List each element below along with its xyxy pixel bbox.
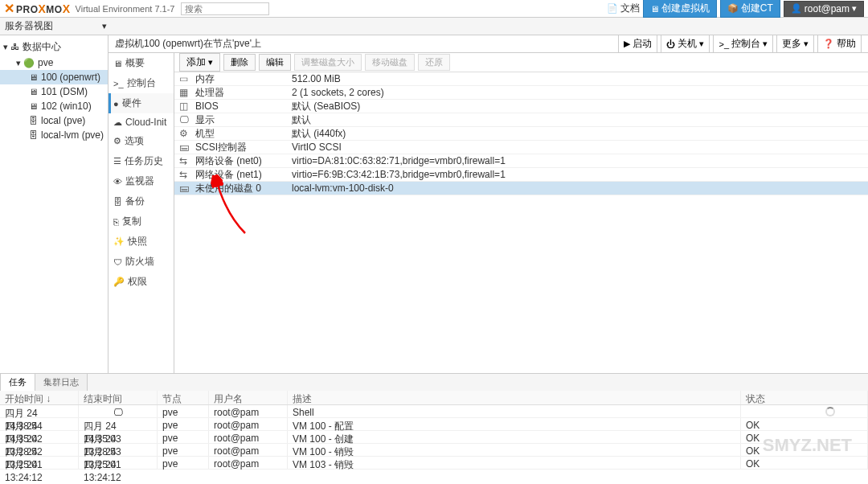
logo: ✕ PROXMOX [4, 1, 71, 16]
restore-button[interactable]: 还原 [418, 54, 450, 71]
hw-row-net0[interactable]: ⇆网络设备 (net0)virtio=DA:81:0C:63:82:71,bri… [174, 154, 868, 168]
resize-button[interactable]: 调整磁盘大小 [294, 54, 362, 71]
gear-icon: ⚙ [179, 128, 195, 139]
tree-storage-local[interactable]: 🗄 local (pve) [0, 113, 108, 128]
hw-row-scsi[interactable]: 🖴SCSI控制器VirtIO SCSI [174, 141, 868, 154]
edit-button[interactable]: 编辑 [259, 54, 291, 71]
subnav-replication[interactable]: ⎘ 复制 [108, 211, 174, 232]
hdd-icon: 🖴 [179, 183, 195, 194]
hw-row-memory[interactable]: ▭内存512.00 MiB [174, 72, 868, 86]
hw-row-machine[interactable]: ⚙机型默认 (i440fx) [174, 127, 868, 141]
memory-icon: ▭ [179, 73, 195, 84]
hw-row-net1[interactable]: ⇆网络设备 (net1)virtio=F6:9B:C3:42:1B:73,bri… [174, 168, 868, 182]
net-icon: ⇆ [179, 155, 195, 166]
tab-cluster-log[interactable]: 集群日志 [35, 373, 88, 391]
subnav-history[interactable]: ☰ 任务历史 [108, 151, 174, 171]
subnav-permissions[interactable]: 🔑 权限 [108, 272, 174, 292]
task-row[interactable]: 四月 24 13:28:52四月 24 13:28:53pveroot@pamV… [0, 431, 868, 444]
display-icon: 🖵 [179, 114, 195, 125]
chip-icon: ◫ [179, 100, 195, 112]
hardware-toolbar: 添加 ▾ 删除 编辑 调整磁盘大小 移动磁盘 还原 [174, 53, 868, 72]
subnav-snapshot[interactable]: ✨ 快照 [108, 232, 174, 252]
search-input[interactable] [181, 2, 269, 15]
add-button[interactable]: 添加 ▾ [179, 53, 220, 72]
subnav-backup[interactable]: 🗄 备份 [108, 191, 174, 211]
task-row[interactable]: 四月 24 13:25:01四月 24 13:25:01pveroot@pamV… [0, 444, 868, 457]
cpu-icon: ▦ [179, 87, 195, 98]
topbar: ✕ PROXMOX Virtual Environment 7.1-7 📄 文档… [0, 0, 868, 18]
user-menu[interactable]: 👤 root@pam ▾ [784, 1, 864, 17]
bottom-tabs: 任务 集群日志 [0, 373, 868, 391]
annotation-arrow [209, 173, 257, 237]
col-user[interactable]: 用户名 [209, 391, 288, 404]
hw-row-unused-disk[interactable]: 🖴未使用的磁盘 0local-lvm:vm-100-disk-0 [174, 182, 868, 195]
hardware-grid: ▭内存512.00 MiB ▦处理器2 (1 sockets, 2 cores)… [174, 72, 868, 373]
version-label: Virtual Environment 7.1-7 [76, 4, 175, 14]
view-bar: 服务器视图 ▾ [0, 18, 868, 35]
subnav-monitor[interactable]: 👁 监视器 [108, 171, 174, 191]
main: ▾ 🖧 数据中心 ▾ 🟢 pve 🖥 100 (openwrt) 🖥 101 (… [0, 35, 868, 373]
col-status[interactable]: 状态 [741, 391, 868, 404]
vm-actions: ▶ 启动 ⏻ 关机 ▾ >_ 控制台 ▾ 更多 ▾ ❓ 帮助 [618, 35, 862, 53]
task-list: 四月 24 14:38:54🖵pveroot@pamShell 四月 24 14… [0, 405, 868, 470]
shutdown-button[interactable]: ⏻ 关机 ▾ [661, 35, 710, 53]
spinner-icon [825, 407, 835, 416]
col-node[interactable]: 节点 [158, 391, 209, 404]
subnav-hardware[interactable]: ● 硬件 [108, 93, 174, 113]
task-header: 开始时间 ↓ 结束时间 节点 用户名 描述 状态 [0, 391, 868, 405]
logo-icon: ✕ [4, 1, 14, 16]
start-button[interactable]: ▶ 启动 [618, 35, 657, 53]
subnav-console[interactable]: >_ 控制台 [108, 73, 174, 93]
delete-button[interactable]: 删除 [223, 54, 256, 71]
create-vm-button[interactable]: 🖥 创建虚拟机 [643, 0, 717, 18]
net-icon: ⇆ [179, 169, 195, 180]
topbar-actions: 📄 文档 🖥 创建虚拟机 📦 创建CT 👤 root@pam ▾ [607, 0, 864, 18]
more-button[interactable]: 更多 ▾ [776, 35, 814, 53]
view-selector[interactable]: 服务器视图 ▾ [5, 19, 107, 33]
tree-node-pve[interactable]: ▾ 🟢 pve [0, 55, 108, 70]
breadcrumb-bar: 虚拟机100 (openwrt)在节点'pve'上 ▶ 启动 ⏻ 关机 ▾ >_… [108, 35, 868, 53]
hw-row-bios[interactable]: ◫BIOS默认 (SeaBIOS) [174, 100, 868, 113]
resource-tree: ▾ 🖧 数据中心 ▾ 🟢 pve 🖥 100 (openwrt) 🖥 101 (… [0, 35, 108, 373]
breadcrumb: 虚拟机100 (openwrt)在节点'pve'上 [115, 37, 261, 51]
create-ct-button[interactable]: 📦 创建CT [720, 0, 780, 18]
hw-row-cpu[interactable]: ▦处理器2 (1 sockets, 2 cores) [174, 86, 868, 100]
hardware-panel: 添加 ▾ 删除 编辑 调整磁盘大小 移动磁盘 还原 ▭内存512.00 MiB … [174, 53, 868, 373]
task-row[interactable]: 四月 24 14:35:02四月 24 14:35:03pveroot@pamV… [0, 418, 868, 431]
task-row[interactable]: 四月 24 14:38:54🖵pveroot@pamShell [0, 405, 868, 418]
docs-link[interactable]: 📄 文档 [607, 2, 640, 15]
subnav-options[interactable]: ⚙ 选项 [108, 131, 174, 151]
tree-storage-local-lvm[interactable]: 🗄 local-lvm (pve) [0, 128, 108, 142]
tab-tasks[interactable]: 任务 [0, 373, 35, 391]
hdd-icon: 🖴 [179, 142, 195, 153]
col-end[interactable]: 结束时间 [79, 391, 158, 404]
subnav: 🖥 概要 >_ 控制台 ● 硬件 ☁ Cloud-Init ⚙ 选项 ☰ 任务历… [108, 53, 174, 373]
tree-vm-100[interactable]: 🖥 100 (openwrt) [0, 70, 108, 84]
col-desc[interactable]: 描述 [288, 391, 741, 404]
tree-vm-102[interactable]: 🖥 102 (win10) [0, 99, 108, 113]
move-button[interactable]: 移动磁盘 [365, 54, 415, 71]
subnav-firewall[interactable]: 🛡 防火墙 [108, 252, 174, 272]
task-row[interactable]: 四月 24 13:24:12四月 24 13:24:12pveroot@pamV… [0, 457, 868, 470]
subnav-cloud-init[interactable]: ☁ Cloud-Init [108, 113, 174, 131]
tree-datacenter[interactable]: ▾ 🖧 数据中心 [0, 39, 108, 55]
help-button[interactable]: ❓ 帮助 [817, 35, 862, 53]
col-start[interactable]: 开始时间 ↓ [0, 391, 79, 404]
tree-vm-101[interactable]: 🖥 101 (DSM) [0, 84, 108, 99]
console-button[interactable]: >_ 控制台 ▾ [713, 35, 773, 53]
hw-row-display[interactable]: 🖵显示默认 [174, 113, 868, 127]
subnav-overview[interactable]: 🖥 概要 [108, 53, 174, 73]
